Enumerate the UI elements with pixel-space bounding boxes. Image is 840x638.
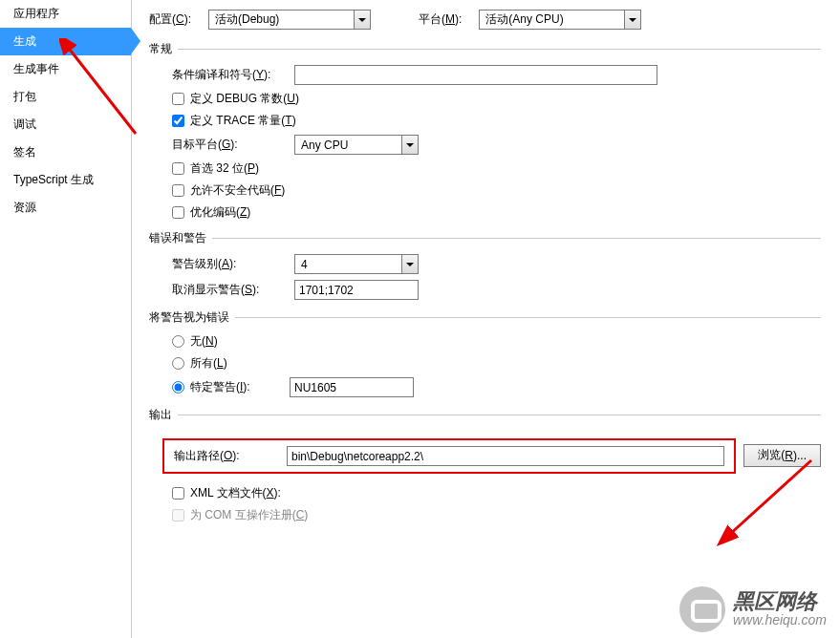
watermark-url: www.heiqu.com xyxy=(733,613,827,627)
warn-none-label: 无(N) xyxy=(190,333,218,350)
conditional-symbols-input[interactable] xyxy=(294,65,657,85)
chevron-down-icon xyxy=(624,11,640,29)
prefer-32bit-label: 首选 32 位(P) xyxy=(190,160,259,177)
chevron-down-icon xyxy=(401,136,418,154)
xml-doc-label: XML 文档文件(X): xyxy=(190,485,281,501)
suppress-warnings-label: 取消显示警告(S): xyxy=(172,282,287,298)
warn-specific-row: 特定警告(I): xyxy=(172,377,821,397)
prefer-32bit-checkbox[interactable] xyxy=(172,162,184,175)
warn-none-radio[interactable] xyxy=(172,335,184,348)
define-trace-row: 定义 TRACE 常量(T) xyxy=(172,113,821,129)
group-output: 输出 xyxy=(149,407,821,423)
configuration-combo[interactable]: 活动(Debug) xyxy=(208,10,371,30)
allow-unsafe-checkbox[interactable] xyxy=(172,184,184,197)
warning-level-label: 警告级别(A): xyxy=(172,256,287,272)
com-register-row: 为 COM 互操作注册(C) xyxy=(172,507,821,523)
group-warn-as-error: 将警告视为错误 xyxy=(149,309,821,326)
output-path-input[interactable] xyxy=(287,446,724,466)
com-register-checkbox xyxy=(172,509,184,521)
warn-all-radio[interactable] xyxy=(172,357,184,370)
xml-doc-checkbox[interactable] xyxy=(172,487,184,500)
sidebar-item-signing[interactable]: 签名 xyxy=(0,138,131,166)
platform-combo[interactable]: 活动(Any CPU) xyxy=(479,10,641,30)
main-panel: 配置(C): 活动(Debug) 平台(M): 活动(Any CPU) 常规 条… xyxy=(132,0,840,638)
sidebar-item-application[interactable]: 应用程序 xyxy=(0,0,131,28)
target-platform-combo[interactable]: Any CPU xyxy=(294,135,419,155)
target-platform-label: 目标平台(G): xyxy=(172,137,287,153)
define-debug-row: 定义 DEBUG 常数(U) xyxy=(172,91,821,107)
define-debug-label: 定义 DEBUG 常数(U) xyxy=(190,91,299,107)
prefer-32bit-row: 首选 32 位(P) xyxy=(172,160,821,177)
allow-unsafe-row: 允许不安全代码(F) xyxy=(172,182,821,199)
sidebar-item-debug[interactable]: 调试 xyxy=(0,111,131,138)
watermark: 黑区网络 www.heiqu.com xyxy=(679,586,827,632)
warn-none-row: 无(N) xyxy=(172,333,821,350)
chevron-down-icon xyxy=(354,11,370,29)
sidebar-item-build-events[interactable]: 生成事件 xyxy=(0,55,131,83)
sidebar-item-build[interactable]: 生成 xyxy=(0,28,131,55)
xml-doc-row: XML 文档文件(X): xyxy=(172,485,821,501)
define-debug-checkbox[interactable] xyxy=(172,93,184,105)
suppress-warnings-input[interactable] xyxy=(294,280,419,300)
conditional-symbols-row: 条件编译和符号(Y): xyxy=(172,65,821,85)
sidebar: 应用程序 生成 生成事件 打包 调试 签名 TypeScript 生成 资源 xyxy=(0,0,132,638)
sidebar-item-resources[interactable]: 资源 xyxy=(0,194,131,222)
warn-specific-input[interactable] xyxy=(290,377,414,397)
configuration-label: 配置(C): xyxy=(149,11,191,28)
watermark-title: 黑区网络 xyxy=(733,590,827,613)
output-path-highlight: 输出路径(O): xyxy=(162,438,736,474)
optimize-row: 优化编码(Z) xyxy=(172,204,821,221)
target-platform-row: 目标平台(G): Any CPU xyxy=(172,135,821,155)
define-trace-label: 定义 TRACE 常量(T) xyxy=(190,113,296,129)
suppress-warnings-row: 取消显示警告(S): xyxy=(172,280,821,300)
group-general: 常规 xyxy=(149,41,821,57)
allow-unsafe-label: 允许不安全代码(F) xyxy=(190,182,285,199)
chevron-down-icon xyxy=(401,255,418,273)
output-path-label: 输出路径(O): xyxy=(174,448,279,464)
optimize-checkbox[interactable] xyxy=(172,206,184,219)
warn-specific-label: 特定警告(I): xyxy=(190,379,284,395)
platform-label: 平台(M): xyxy=(419,11,462,28)
watermark-icon xyxy=(679,586,725,632)
conditional-symbols-label: 条件编译和符号(Y): xyxy=(172,67,287,83)
optimize-label: 优化编码(Z) xyxy=(190,204,250,221)
sidebar-item-typescript-build[interactable]: TypeScript 生成 xyxy=(0,166,131,194)
browse-button[interactable]: 浏览(R)... xyxy=(743,444,821,467)
warn-all-row: 所有(L) xyxy=(172,355,821,372)
com-register-label: 为 COM 互操作注册(C) xyxy=(190,507,308,523)
warning-level-row: 警告级别(A): 4 xyxy=(172,254,821,274)
config-platform-row: 配置(C): 活动(Debug) 平台(M): 活动(Any CPU) xyxy=(149,10,821,30)
group-errors-warnings: 错误和警告 xyxy=(149,230,821,246)
warn-all-label: 所有(L) xyxy=(190,355,227,372)
sidebar-item-package[interactable]: 打包 xyxy=(0,83,131,111)
warn-specific-radio[interactable] xyxy=(172,381,184,393)
define-trace-checkbox[interactable] xyxy=(172,115,184,127)
warning-level-combo[interactable]: 4 xyxy=(294,254,419,274)
